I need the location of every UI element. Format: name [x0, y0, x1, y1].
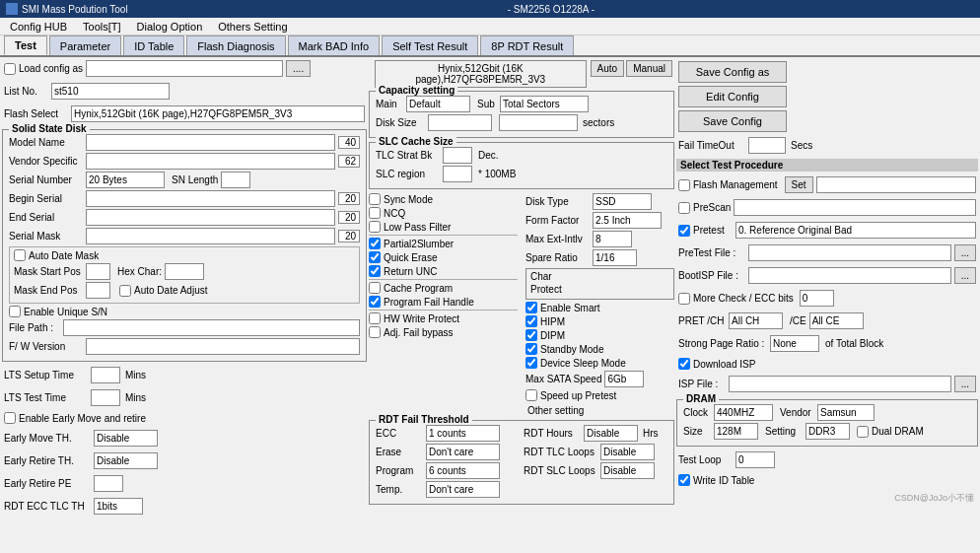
browse-btn[interactable]: .... — [286, 60, 311, 77]
download-isp-checkbox[interactable] — [678, 358, 690, 370]
auto-date-mask-checkbox[interactable] — [14, 249, 26, 261]
disk-type-select[interactable]: SSD — [593, 193, 652, 210]
capacity-main-select[interactable]: Default — [406, 96, 470, 112]
fw-version-input[interactable] — [86, 338, 360, 355]
edit-config-btn[interactable]: Edit Config — [678, 86, 787, 107]
temp-select[interactable]: Don't care — [426, 481, 500, 498]
ce-select[interactable]: All CE — [809, 312, 864, 329]
boot-isp-file-browse-btn[interactable]: ... — [954, 267, 976, 284]
auto-date-adjust-checkbox[interactable] — [119, 285, 131, 297]
menu-tools[interactable]: Tools[T] — [75, 18, 129, 35]
save-config-as-btn[interactable]: Save Config as — [678, 61, 787, 83]
enable-early-checkbox[interactable] — [4, 412, 16, 424]
flash-management-checkbox[interactable] — [678, 179, 690, 191]
pret-ch-select[interactable]: All CH — [729, 312, 783, 329]
quick-erase-checkbox[interactable] — [369, 251, 381, 263]
pretest-select[interactable]: 0. Reference Original Bad — [735, 222, 976, 239]
prescan-input[interactable] — [734, 199, 976, 216]
boot-isp-file-input[interactable]: BootISP2256.bin — [748, 267, 951, 284]
cache-program-checkbox[interactable] — [369, 282, 381, 294]
mask-end-pos-input[interactable] — [86, 282, 110, 299]
return-unc-checkbox[interactable] — [369, 265, 381, 277]
speed-up-pretest-checkbox[interactable] — [525, 389, 537, 401]
setting-select[interactable]: DDR3 — [805, 423, 850, 440]
pretest-file-input[interactable]: PTEST2256.bin — [748, 244, 951, 261]
low-pass-filter-checkbox[interactable] — [369, 221, 381, 233]
hipm-checkbox[interactable] — [525, 315, 537, 327]
strong-page-ratio-select[interactable]: None — [770, 335, 819, 352]
rdt-hours-select[interactable]: Disable — [584, 425, 638, 442]
standby-mode-checkbox[interactable] — [525, 343, 537, 355]
hex-char-input[interactable] — [165, 263, 204, 280]
pretest-checkbox[interactable] — [678, 225, 690, 237]
adj-fail-bypass-checkbox[interactable] — [369, 326, 381, 338]
max-sata-speed-select[interactable]: 6Gb — [604, 371, 644, 387]
test-loop-select[interactable]: 0 — [735, 451, 775, 468]
tab-8p-rdt-result[interactable]: 8P RDT Result — [480, 35, 574, 55]
config-path-input[interactable]: C:\Users\Administrator\Desktop\联想固态硬盘量产工… — [86, 60, 283, 77]
tab-flash-diagnosis[interactable]: Flash Diagnosis — [186, 35, 285, 55]
max-ext-intlv-select[interactable]: 8 — [593, 231, 632, 247]
file-path-input[interactable] — [63, 319, 360, 336]
menu-others-setting[interactable]: Others Setting — [210, 18, 295, 35]
tab-self-test-result[interactable]: Self Test Result — [382, 35, 478, 55]
clock-select[interactable]: 440MHZ — [714, 404, 773, 421]
vendor-specific-input[interactable]: ST-510 PRO — [86, 153, 335, 170]
hw-write-protect-checkbox[interactable] — [369, 312, 381, 324]
slc-region-input[interactable]: 30 — [443, 166, 472, 182]
flash-select-dropdown[interactable]: Hynix,512Gbit (16K page),H27QFG8PEM5R_3V… — [71, 105, 365, 122]
serial-mask-input[interactable]: AA################ — [86, 228, 335, 244]
rdt-ecc-tlc-th-select[interactable]: 1bits — [94, 498, 143, 515]
lts-setup-time-input[interactable]: 70 — [91, 367, 120, 383]
early-move-th-select[interactable]: Disable — [94, 430, 158, 447]
vendor-select[interactable]: Samsun — [817, 404, 875, 421]
tab-id-table[interactable]: ID Table — [123, 35, 184, 55]
early-retire-th-select[interactable]: Disable — [94, 452, 158, 469]
sn-length-input[interactable]: 20 — [221, 172, 250, 188]
early-retire-pe-input[interactable]: 0 — [94, 475, 123, 492]
menu-dialog-option[interactable]: Dialog Option — [129, 18, 211, 35]
tab-mark-bad-info[interactable]: Mark BAD Info — [288, 35, 381, 55]
serial-number-select[interactable]: 20 Bytes — [86, 172, 165, 188]
dipm-checkbox[interactable] — [525, 329, 537, 341]
enable-smart-checkbox[interactable] — [525, 302, 537, 313]
isp-file-input[interactable]: ISP2256.bin — [729, 376, 951, 392]
lts-test-time-input[interactable]: 110 — [91, 389, 120, 406]
list-no-select[interactable]: st510 — [51, 83, 170, 100]
more-check-checkbox[interactable] — [678, 293, 690, 305]
device-sleep-mode-checkbox[interactable] — [525, 357, 537, 369]
form-factor-select[interactable]: 2.5 Inch — [593, 212, 662, 229]
size-select[interactable]: 128M — [714, 423, 758, 440]
ecc-select[interactable]: 1 counts — [426, 425, 500, 442]
load-config-checkbox[interactable] — [4, 63, 16, 75]
set-btn[interactable]: Set — [785, 176, 813, 193]
flash-management-input[interactable] — [816, 176, 976, 193]
write-id-table-checkbox[interactable] — [678, 474, 690, 486]
program-select[interactable]: 6 counts — [426, 462, 500, 479]
manual-btn[interactable]: Manual — [626, 60, 672, 77]
spare-ratio-select[interactable]: 1/16 — [593, 249, 637, 266]
tab-test[interactable]: Test — [4, 35, 47, 55]
tlc-strat-bk-input[interactable]: 0 — [443, 147, 472, 164]
pretest-file-browse-btn[interactable]: ... — [954, 244, 976, 261]
save-config-btn[interactable]: Save Config — [678, 110, 787, 132]
model-name-input[interactable]: ST-510 PRO — [86, 134, 335, 151]
auto-btn[interactable]: Auto — [591, 60, 625, 77]
isp-file-browse-btn[interactable]: ... — [954, 376, 976, 392]
capacity-sub-select[interactable]: Total Sectors — [500, 96, 589, 112]
rdt-slc-loops-select[interactable]: Disable — [600, 462, 655, 479]
more-check-select[interactable]: 0 — [800, 290, 834, 307]
enable-unique-sn-checkbox[interactable] — [9, 306, 21, 317]
menu-config-hub[interactable]: Config HUB — [2, 18, 75, 35]
begin-serial-input[interactable]: AA000000000000001664 — [86, 190, 335, 207]
prescan-checkbox[interactable] — [678, 202, 690, 214]
ncq-checkbox[interactable] — [369, 207, 381, 219]
tab-parameter[interactable]: Parameter — [49, 35, 121, 55]
end-serial-input[interactable]: AA9999999999999999999 — [86, 209, 335, 226]
rdt-tlc-loops-select[interactable]: Disable — [600, 444, 655, 460]
dual-dram-checkbox[interactable] — [857, 426, 869, 438]
erase-select[interactable]: Don't care — [426, 444, 500, 460]
program-fail-handle-checkbox[interactable] — [369, 296, 381, 308]
partial2slumber-checkbox[interactable] — [369, 238, 381, 249]
disk-size-select[interactable] — [428, 114, 492, 131]
